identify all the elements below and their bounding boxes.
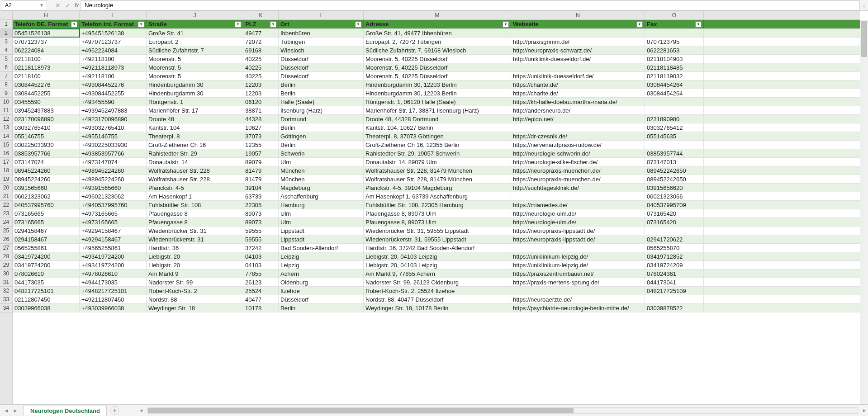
expand-formula-bar-icon[interactable]: ⌄ — [860, 3, 868, 8]
cell[interactable]: Kantstr. 104, 10627 Berlin — [364, 123, 511, 132]
cell[interactable]: https://praxiszentrumbauer.net/ — [511, 269, 645, 278]
cell[interactable]: 0294158467 — [13, 227, 80, 235]
cell[interactable]: Am Hasenkopf 1, 63739 Aschaffenburg — [364, 192, 511, 200]
cell[interactable]: Leipzig — [279, 252, 364, 260]
filter-dropdown-icon[interactable]: ▾ — [355, 21, 361, 28]
horizontal-scroll-thumb[interactable] — [148, 408, 574, 413]
cell[interactable]: Kantstr. 104 — [147, 123, 243, 132]
cell[interactable]: 40225 — [243, 63, 279, 71]
cell[interactable]: +49565255861 — [80, 244, 147, 252]
cell[interactable]: Hindenburgdamm 30 — [147, 80, 243, 89]
cell[interactable]: Wiedenbrückerstr. 31, 59555 Lippstadt — [364, 235, 511, 243]
cell[interactable]: Ulm — [279, 218, 364, 226]
cell[interactable]: https://dr-czesnik.de/ — [511, 132, 645, 140]
cell[interactable]: +493039966038 — [80, 304, 147, 312]
cell[interactable]: 073165665 — [13, 218, 80, 226]
cell[interactable]: 81479 — [243, 175, 279, 183]
row-header[interactable]: 21 — [0, 192, 12, 201]
cell[interactable]: 03084454264 — [645, 89, 704, 97]
column-header[interactable]: M — [364, 11, 511, 19]
cell[interactable]: Wiedenbrücker Str. 31, 59555 Lippstadt — [364, 227, 511, 235]
cell[interactable]: Magdeburg — [279, 184, 364, 192]
vertical-scrollbar[interactable] — [860, 20, 868, 404]
cell[interactable]: https://psychiatrie-neurologie-berlin-mi… — [511, 304, 645, 312]
cell[interactable]: 048217725109 — [645, 287, 704, 295]
cell[interactable]: https://neuropraxis-lippstadt.de/ — [511, 227, 645, 235]
cell[interactable]: http://neurologie-ulm.de/ — [511, 218, 645, 226]
filter-dropdown-icon[interactable]: ▾ — [235, 21, 241, 28]
cell[interactable]: +493084452255 — [80, 89, 147, 97]
sheet-nav-next-icon[interactable]: ► — [12, 407, 19, 414]
cell[interactable]: Hindenburgdamm 30, 12203 Berlin — [364, 80, 511, 89]
cell[interactable]: 0565255870 — [645, 244, 704, 252]
cell[interactable]: +4944173035 — [80, 278, 147, 286]
cell[interactable]: Halle (Saale) — [279, 98, 364, 106]
row-header[interactable]: 28 — [0, 252, 12, 261]
cell[interactable]: 04103 — [243, 252, 279, 260]
cell[interactable]: 37073 — [243, 132, 279, 140]
cell[interactable]: Planckstr. 4-5, 39104 Magdeburg — [364, 184, 511, 192]
row-header[interactable]: 9 — [0, 89, 12, 98]
cell[interactable]: +492118118973 — [80, 63, 147, 71]
column-header[interactable]: K — [243, 11, 279, 19]
cell[interactable]: Lippstadt — [279, 227, 364, 235]
cell[interactable]: +492112807450 — [80, 295, 147, 303]
cell[interactable]: 02118100 — [13, 55, 80, 63]
cell[interactable]: 12203 — [243, 89, 279, 97]
column-header[interactable]: O — [645, 11, 704, 19]
cell[interactable] — [645, 98, 704, 106]
cell[interactable]: 03032765412 — [645, 123, 704, 132]
cell[interactable]: +498945224260 — [80, 166, 147, 175]
cell[interactable] — [645, 295, 704, 303]
row-header[interactable]: 24 — [0, 218, 12, 227]
cell[interactable]: 055145635 — [645, 132, 704, 140]
cell[interactable]: Düsseldorf — [279, 63, 364, 71]
cell[interactable]: 37242 — [243, 244, 279, 252]
cell[interactable]: Theaterpl. 8 — [147, 132, 243, 140]
cell[interactable]: 02941720622 — [645, 235, 704, 243]
cell[interactable]: Düsseldorf — [279, 72, 364, 80]
cell[interactable]: +498945224260 — [80, 175, 147, 183]
cell[interactable]: 0565255861 — [13, 244, 80, 252]
cell[interactable]: Weydinger Str. 18 — [147, 304, 243, 312]
cell[interactable]: +496021323062 — [80, 192, 147, 200]
cell[interactable]: 055146755 — [13, 132, 80, 140]
formula-input[interactable]: Neurologie — [81, 0, 860, 10]
cell[interactable]: 03039966038 — [13, 304, 80, 312]
cell[interactable]: 12355 — [243, 141, 279, 149]
row-header[interactable]: 3 — [0, 38, 12, 46]
cell[interactable]: 77855 — [243, 269, 279, 278]
row-header[interactable]: 4 — [0, 46, 12, 55]
cell[interactable]: Groß-Ziethener Ch 16 — [147, 141, 243, 149]
cell[interactable]: 03853957744 — [645, 149, 704, 157]
cell[interactable]: +4955146755 — [80, 132, 147, 140]
column-header[interactable]: H — [13, 11, 80, 19]
cell[interactable]: 03084454264 — [645, 80, 704, 89]
cell[interactable]: Düsseldorf — [279, 295, 364, 303]
cell[interactable]: Wolfratshauser Str. 228 — [147, 166, 243, 175]
cell[interactable]: Lippstadt — [279, 235, 364, 243]
row-header[interactable]: 20 — [0, 184, 12, 192]
cell[interactable]: +4930225033930 — [80, 141, 147, 149]
cell[interactable]: +492118100 — [80, 72, 147, 80]
cell[interactable]: Pfauengasse 8, 89073 Ulm — [364, 218, 511, 226]
column-header-cell[interactable]: Ort▾ — [279, 20, 364, 28]
cell[interactable]: Liebigstr. 20, 04103 Leipzig — [364, 261, 511, 269]
cell[interactable]: http://neurologie-silke-fischer.de/ — [511, 158, 645, 166]
row-header[interactable]: 15 — [0, 141, 12, 149]
cell[interactable]: Hindenburgdamm 30 — [147, 89, 243, 97]
row-header[interactable]: 14 — [0, 132, 12, 141]
cell[interactable]: 0294158467 — [13, 235, 80, 243]
cell[interactable] — [511, 29, 645, 37]
cell[interactable]: Rahlstedter Str. 29 — [147, 149, 243, 157]
cell[interactable]: Achern — [279, 269, 364, 278]
cell[interactable] — [645, 29, 704, 37]
cell[interactable]: 03084452276 — [13, 80, 80, 89]
cell[interactable]: +4978026610 — [80, 269, 147, 278]
cell[interactable]: Nordstr. 88, 40477 Düsseldorf — [364, 295, 511, 303]
cell[interactable]: 039452497883 — [13, 106, 80, 114]
cell[interactable]: 12203 — [243, 80, 279, 89]
cell[interactable]: 03084452255 — [13, 89, 80, 97]
cell[interactable]: Pfauengasse 8 — [147, 218, 243, 226]
cell[interactable]: Ulm — [279, 209, 364, 217]
